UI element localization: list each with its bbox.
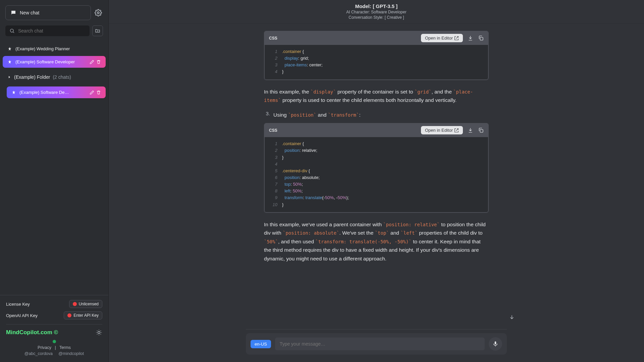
edit-icon[interactable] <box>90 60 94 64</box>
copy-icon[interactable] <box>478 127 484 133</box>
delete-icon[interactable] <box>96 90 101 95</box>
message-input-bar: en-US <box>246 333 507 355</box>
language-selector[interactable]: en-US <box>251 340 271 348</box>
style-label: Conversation Style: [ Creative ] <box>109 15 644 20</box>
new-chat-button[interactable]: New chat <box>5 5 91 20</box>
brand-link[interactable]: MindCopilot.com © <box>6 329 58 336</box>
license-key-label: License Key <box>6 302 30 307</box>
list-number: 3. <box>264 111 270 119</box>
pin-icon <box>7 60 12 64</box>
microphone-button[interactable] <box>489 337 502 351</box>
delete-icon[interactable] <box>96 60 101 64</box>
sidebar-folder[interactable]: (Example) Folder (2 chats) <box>3 71 106 83</box>
model-label: Model: [ GPT-3.5 ] <box>109 3 644 9</box>
search-chat-field[interactable] <box>18 28 86 34</box>
sidebar-item-software-developer[interactable]: (Example) Software Developer <box>3 56 106 68</box>
privacy-link[interactable]: Privacy <box>38 345 51 350</box>
alert-dot-icon <box>73 302 77 306</box>
download-icon[interactable] <box>468 35 473 41</box>
folder-count: (2 chats) <box>53 74 71 80</box>
search-icon <box>9 28 15 34</box>
copy-icon[interactable] <box>478 35 484 41</box>
alert-dot-icon <box>67 313 71 317</box>
svg-point-1 <box>10 29 13 32</box>
message-input[interactable] <box>275 338 485 350</box>
list-item: 3. Using `position` and `transform`: <box>264 111 489 119</box>
theme-toggle-button[interactable] <box>96 329 102 336</box>
edit-icon[interactable] <box>90 90 94 95</box>
svg-rect-5 <box>480 130 483 133</box>
pin-icon <box>11 90 16 95</box>
explanation-paragraph: In this example, the `display` property … <box>264 87 489 105</box>
terms-link[interactable]: Terms <box>59 345 71 350</box>
chevron-right-icon <box>7 75 11 79</box>
sidebar-item-label: (Example) Software De… <box>19 90 69 95</box>
license-badge[interactable]: Unlicensed <box>69 300 102 308</box>
scroll-to-bottom-button[interactable] <box>507 312 517 322</box>
code-block: CSS Open in Editor 1.container { 2 displ… <box>264 31 489 80</box>
code-content: 1.container { 2 position: relative; 3} 4… <box>264 137 488 212</box>
new-folder-button[interactable] <box>92 25 103 36</box>
sidebar-item-software-developer-nested[interactable]: (Example) Software De… <box>7 86 106 98</box>
open-in-editor-button[interactable]: Open in Editor <box>421 34 463 42</box>
code-language-label: CSS <box>269 128 277 133</box>
code-block: CSS Open in Editor 1.container { 2 posit… <box>264 123 489 213</box>
code-language-label: CSS <box>269 36 277 41</box>
settings-button[interactable] <box>94 8 103 17</box>
code-content: 1.container { 2 display: grid; 3 place-i… <box>264 45 488 80</box>
pin-icon <box>7 47 12 51</box>
new-chat-label: New chat <box>20 10 39 15</box>
folder-label: (Example) Folder <box>14 74 50 80</box>
explanation-paragraph: In this example, we've used a parent con… <box>264 220 489 263</box>
api-key-label: OpenAI API Key <box>6 313 38 318</box>
status-indicator <box>53 340 56 343</box>
api-key-badge[interactable]: Enter API Key <box>64 311 102 319</box>
chat-bubble-icon <box>10 10 16 16</box>
svg-point-2 <box>98 331 100 334</box>
sidebar-item-label: (Example) Wedding Planner <box>15 46 70 51</box>
sidebar-item-label: (Example) Software Developer <box>15 59 75 64</box>
message-field[interactable] <box>280 341 480 347</box>
download-icon[interactable] <box>468 127 473 133</box>
svg-point-0 <box>97 12 99 14</box>
sidebar-item-wedding-planner[interactable]: (Example) Wedding Planner <box>3 43 106 55</box>
svg-rect-4 <box>480 37 483 40</box>
character-label: AI Character: Software Developer <box>109 10 644 14</box>
chat-header: Model: [ GPT-3.5 ] AI Character: Softwar… <box>109 0 644 23</box>
open-in-editor-button[interactable]: Open in Editor <box>421 126 463 134</box>
handle-author[interactable]: @abc_cordova <box>24 351 53 356</box>
handle-product[interactable]: @mindcopilot <box>58 351 84 356</box>
search-chat-input[interactable] <box>5 25 90 36</box>
